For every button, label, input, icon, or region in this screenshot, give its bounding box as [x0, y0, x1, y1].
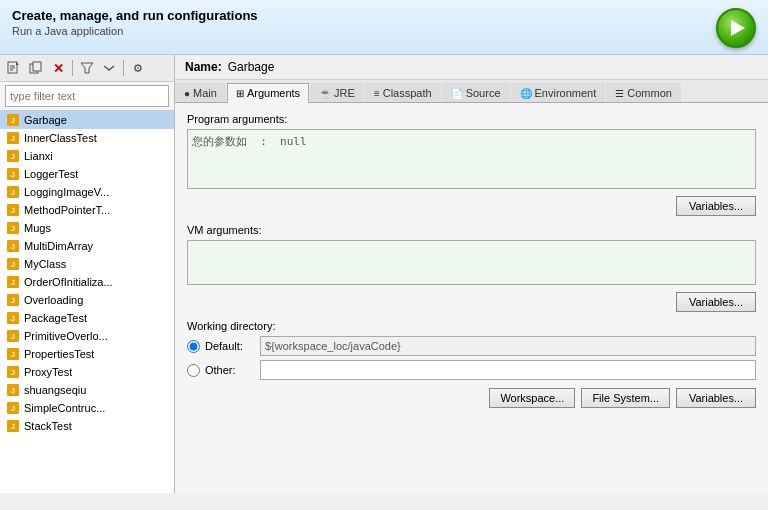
list-item[interactable]: JGarbage [0, 111, 174, 129]
vm-variables-button[interactable]: Variables... [676, 292, 756, 312]
tab-source[interactable]: 📄Source [442, 83, 510, 102]
default-radio[interactable] [187, 340, 200, 353]
tab-classpath[interactable]: ≡Classpath [365, 83, 441, 102]
list-item[interactable]: JPrimitiveOverlo... [0, 327, 174, 345]
run-button[interactable] [716, 8, 756, 48]
tab-arguments[interactable]: ⊞Arguments [227, 83, 309, 103]
list-item-label: Lianxi [24, 150, 53, 162]
list-item-label: ProxyTest [24, 366, 72, 378]
main-tab-icon: ● [184, 88, 190, 99]
java-config-icon: J [6, 419, 20, 433]
list-item[interactable]: Jshuangseqiu [0, 381, 174, 399]
list-item-label: OrderOfInitializa... [24, 276, 113, 288]
working-dir-section: Working directory: Default: Other: [187, 320, 756, 380]
list-item[interactable]: JSimpleContruc... [0, 399, 174, 417]
list-item[interactable]: JInnerClassTest [0, 129, 174, 147]
list-item[interactable]: JMultiDimArray [0, 237, 174, 255]
tab-environment[interactable]: 🌐Environment [511, 83, 606, 102]
list-item[interactable]: JLoggerTest [0, 165, 174, 183]
list-item-label: MultiDimArray [24, 240, 93, 252]
bottom-buttons: Workspace... File System... Variables... [187, 388, 756, 408]
list-item[interactable]: JPackageTest [0, 309, 174, 327]
vm-args-textarea[interactable] [187, 240, 756, 285]
common-tab-label: Common [627, 87, 672, 99]
main-tab-label: Main [193, 87, 217, 99]
list-item-label: Overloading [24, 294, 83, 306]
name-label: Name: [185, 60, 222, 74]
toolbar-separator-2 [123, 60, 124, 76]
left-toolbar: ✕ ⚙ [0, 55, 174, 82]
java-config-icon: J [6, 203, 20, 217]
collapse-button[interactable] [99, 58, 119, 78]
program-args-wrapper [187, 129, 756, 192]
filter-button[interactable] [77, 58, 97, 78]
list-item[interactable]: JProxyTest [0, 363, 174, 381]
jre-tab-label: JRE [334, 87, 355, 99]
tabs-bar: ●Main⊞Arguments☕JRE≡Classpath📄Source🌐Env… [175, 80, 768, 103]
list-item-label: LoggingImageV... [24, 186, 109, 198]
other-radio-row: Other: [187, 360, 756, 380]
java-config-icon: J [6, 365, 20, 379]
program-variables-button[interactable]: Variables... [676, 196, 756, 216]
header-title: Create, manage, and run configurations [12, 8, 258, 23]
java-config-icon: J [6, 347, 20, 361]
list-item-label: shuangseqiu [24, 384, 86, 396]
list-item-label: InnerClassTest [24, 132, 97, 144]
header: Create, manage, and run configurations R… [0, 0, 768, 55]
other-dir-input[interactable] [260, 360, 756, 380]
header-subtitle: Run a Java application [12, 25, 258, 37]
delete-config-button[interactable]: ✕ [48, 58, 68, 78]
tab-common[interactable]: ☰Common [606, 83, 681, 102]
list-item-label: MethodPointerT... [24, 204, 110, 216]
java-config-icon: J [6, 293, 20, 307]
list-item-label: PrimitiveOverlo... [24, 330, 108, 342]
file-system-button[interactable]: File System... [581, 388, 670, 408]
duplicate-config-button[interactable] [26, 58, 46, 78]
bottom-variables-button[interactable]: Variables... [676, 388, 756, 408]
new-config-button[interactable] [4, 58, 24, 78]
list-item[interactable]: JOrderOfInitializa... [0, 273, 174, 291]
java-config-icon: J [6, 401, 20, 415]
program-variables-row: Variables... [187, 196, 756, 216]
svg-marker-7 [81, 63, 93, 73]
list-item-label: PackageTest [24, 312, 87, 324]
vm-args-label: VM arguments: [187, 224, 756, 236]
list-item[interactable]: JOverloading [0, 291, 174, 309]
config-list: JGarbageJInnerClassTestJLianxiJLoggerTes… [0, 111, 174, 493]
left-panel: ✕ ⚙ JGarbageJInnerClassTestJLianxiJLogge… [0, 55, 175, 493]
name-value: Garbage [228, 60, 275, 74]
settings-button[interactable]: ⚙ [128, 58, 148, 78]
search-input[interactable] [5, 85, 169, 107]
program-args-textarea[interactable] [187, 129, 756, 189]
java-config-icon: J [6, 185, 20, 199]
vm-args-wrapper [187, 240, 756, 288]
list-item-label: Mugs [24, 222, 51, 234]
list-item[interactable]: JMyClass [0, 255, 174, 273]
run-icon [731, 20, 745, 36]
workspace-button[interactable]: Workspace... [489, 388, 575, 408]
classpath-tab-label: Classpath [383, 87, 432, 99]
list-item[interactable]: JMugs [0, 219, 174, 237]
other-radio[interactable] [187, 364, 200, 377]
common-tab-icon: ☰ [615, 88, 624, 99]
list-item[interactable]: JPropertiesTest [0, 345, 174, 363]
source-tab-icon: 📄 [451, 88, 463, 99]
list-item-label: StackTest [24, 420, 72, 432]
content-area: Program arguments: Variables... VM argum… [175, 103, 768, 493]
source-tab-label: Source [466, 87, 501, 99]
header-text: Create, manage, and run configurations R… [12, 8, 258, 37]
jre-tab-icon: ☕ [319, 88, 331, 99]
arguments-tab-label: Arguments [247, 87, 300, 99]
default-radio-label: Default: [205, 340, 260, 352]
list-item[interactable]: JLoggingImageV... [0, 183, 174, 201]
arguments-tab-icon: ⊞ [236, 88, 244, 99]
list-item[interactable]: JStackTest [0, 417, 174, 435]
right-panel: Name: Garbage ●Main⊞Arguments☕JRE≡Classp… [175, 55, 768, 493]
tab-jre[interactable]: ☕JRE [310, 83, 364, 102]
search-box [0, 82, 174, 111]
tab-main[interactable]: ●Main [175, 83, 226, 102]
list-item[interactable]: JLianxi [0, 147, 174, 165]
default-dir-input [260, 336, 756, 356]
list-item[interactable]: JMethodPointerT... [0, 201, 174, 219]
name-bar: Name: Garbage [175, 55, 768, 80]
